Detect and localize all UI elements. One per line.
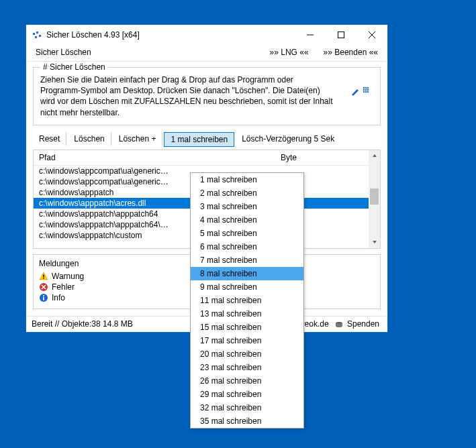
dropdown-item[interactable]: 29 mal schreiben: [191, 388, 303, 401]
dropdown-item[interactable]: 6 mal schreiben: [191, 240, 303, 254]
info-description: Ziehen Sie die Datein einfach per Drag &…: [40, 74, 373, 118]
svg-point-9: [365, 89, 367, 91]
titlebar: Sicher Löschen 4.93 [x64]: [26, 25, 387, 45]
col-size[interactable]: Byte: [275, 150, 380, 165]
svg-rect-2: [39, 35, 41, 37]
toolbar: Reset Löschen Löschen + 1 mal schreiben …: [33, 132, 381, 147]
delete-plus-button[interactable]: Löschen +: [113, 132, 163, 146]
error-label: Fehler: [52, 282, 75, 292]
svg-rect-4: [338, 32, 344, 38]
donate-link[interactable]: Spenden: [332, 319, 382, 329]
svg-rect-15: [43, 278, 44, 278]
scroll-track[interactable]: [369, 162, 380, 237]
app-window: Sicher Löschen 4.93 [x64] Sicher Löschen…: [26, 24, 388, 333]
overwrite-count-button[interactable]: 1 mal schreiben: [164, 132, 234, 147]
svg-point-18: [43, 295, 44, 296]
info-label: Info: [52, 293, 65, 302]
svg-point-12: [365, 91, 367, 93]
scroll-down-arrow[interactable]: [369, 237, 380, 248]
dropdown-item[interactable]: 15 mal schreiben: [191, 321, 303, 334]
close-button[interactable]: [356, 25, 387, 45]
scroll-thumb[interactable]: [370, 188, 379, 205]
dropdown-item[interactable]: 4 mal schreiben: [191, 213, 303, 227]
vertical-scrollbar[interactable]: [369, 150, 380, 248]
dropdown-item[interactable]: 35 mal schreiben: [191, 414, 303, 428]
svg-point-8: [363, 89, 365, 91]
info-groupbox: # Sicher Löschen Ziehen Sie die Datein e…: [33, 67, 381, 125]
reset-button[interactable]: Reset: [33, 132, 66, 146]
menu-exit[interactable]: »» Beenden ««: [320, 46, 382, 58]
donate-icon: [334, 320, 344, 329]
dropdown-item[interactable]: 8 mal schreiben: [191, 267, 303, 280]
svg-rect-0: [33, 33, 35, 35]
dropdown-item[interactable]: 32 mal schreiben: [191, 401, 303, 414]
dropdown-item[interactable]: 1 mal schreiben: [191, 173, 303, 186]
dropdown-item[interactable]: 26 mal schreiben: [191, 374, 303, 388]
svg-point-7: [367, 87, 369, 89]
info-legend: # Sicher Löschen: [40, 62, 108, 72]
dropdown-item[interactable]: 7 mal schreiben: [191, 254, 303, 267]
dropdown-item[interactable]: 20 mal schreiben: [191, 347, 303, 361]
warning-icon: [39, 272, 48, 281]
svg-rect-1: [36, 32, 38, 34]
delete-delay-button[interactable]: Lösch-Verzögerung 5 Sek: [236, 132, 340, 146]
dropdown-item[interactable]: 13 mal schreiben: [191, 307, 303, 321]
dropdown-item[interactable]: 23 mal schreiben: [191, 361, 303, 374]
maximize-button[interactable]: [326, 25, 356, 45]
scroll-up-arrow[interactable]: [369, 150, 380, 162]
window-title: Sicher Löschen 4.93 [x64]: [46, 30, 295, 40]
delete-button[interactable]: Löschen: [68, 132, 111, 146]
svg-rect-19: [43, 297, 44, 300]
info-icon: [39, 293, 48, 302]
col-path[interactable]: Pfad: [34, 150, 275, 165]
menubar: Sicher Löschen »» LNG «« »» Beenden ««: [26, 45, 387, 62]
svg-point-5: [363, 87, 365, 89]
error-icon: [39, 282, 48, 292]
dropdown-item[interactable]: 5 mal schreiben: [191, 227, 303, 240]
donate-label: Spenden: [347, 319, 379, 329]
logo-icon: [349, 80, 373, 104]
svg-point-11: [363, 91, 365, 93]
dropdown-item[interactable]: 9 mal schreiben: [191, 280, 303, 294]
dropdown-item[interactable]: 3 mal schreiben: [191, 200, 303, 213]
svg-rect-3: [35, 36, 37, 38]
warning-label: Warnung: [52, 272, 84, 281]
dropdown-item[interactable]: 17 mal schreiben: [191, 334, 303, 347]
menu-lng[interactable]: »» LNG ««: [266, 46, 313, 58]
svg-point-13: [367, 91, 369, 93]
svg-point-10: [367, 89, 369, 91]
dropdown-item[interactable]: 2 mal schreiben: [191, 186, 303, 200]
list-header: Pfad Byte: [34, 150, 380, 166]
app-icon: [32, 30, 42, 40]
minimize-button[interactable]: [295, 25, 326, 45]
menu-main[interactable]: Sicher Löschen: [32, 46, 95, 58]
svg-rect-14: [43, 274, 44, 277]
svg-point-6: [365, 87, 367, 89]
dropdown-item[interactable]: 11 mal schreiben: [191, 294, 303, 307]
overwrite-count-dropdown[interactable]: 1 mal schreiben2 mal schreiben3 mal schr…: [190, 172, 304, 429]
